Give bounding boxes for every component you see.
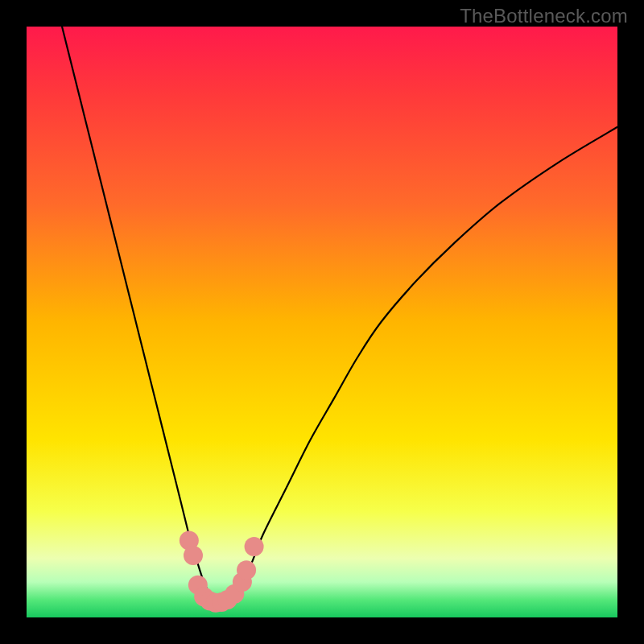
chart-frame: TheBottleneck.com [0,0,644,644]
marker-dot [245,537,264,556]
marker-dot [184,546,203,565]
marker-dot [237,560,256,580]
plot-area [27,27,617,617]
plot-svg [27,27,617,617]
gradient-background [27,27,617,617]
watermark-text: TheBottleneck.com [460,5,628,27]
